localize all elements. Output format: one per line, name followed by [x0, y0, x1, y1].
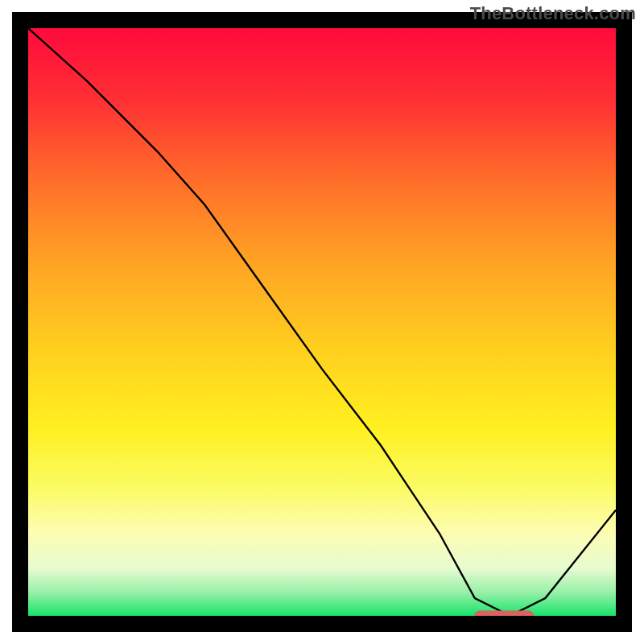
chart-container: TheBottleneck.com: [0, 0, 644, 644]
watermark-text: TheBottleneck.com: [470, 3, 636, 24]
bottleneck-chart: [0, 0, 644, 644]
plot-background: [28, 28, 616, 616]
